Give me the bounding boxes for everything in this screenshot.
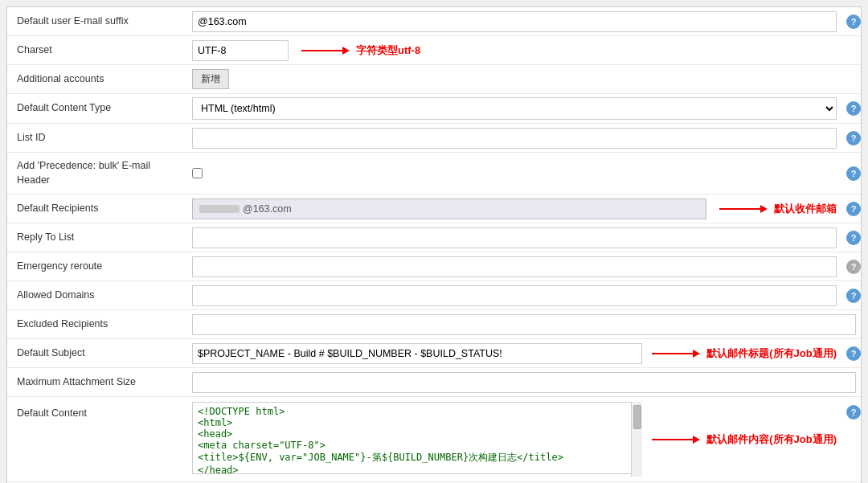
textarea-wrap-default-content: <!DOCTYPE html> <html> <head> <meta char… xyxy=(192,402,642,477)
help-icon-reply-to-list[interactable]: ? xyxy=(846,231,861,245)
arrow-charset xyxy=(301,45,350,56)
row-reply-to-list: Reply To List ? xyxy=(7,223,861,252)
field-wrap-excluded-recipients xyxy=(192,314,861,335)
help-icon-emergency-reroute[interactable]: ? xyxy=(846,260,861,274)
scrollbar-default-content[interactable] xyxy=(631,402,642,477)
label-default-email-suffix: Default user E-mail suffix xyxy=(7,11,192,32)
arrow-recipients xyxy=(719,203,768,215)
annotation-subject: 默认邮件标题(所有Job通用) xyxy=(645,346,837,361)
label-emergency-reroute: Emergency reroute xyxy=(7,256,192,277)
row-default-email-suffix: Default user E-mail suffix ? xyxy=(7,7,861,36)
field-wrap-default-content-type: HTML (text/html) Plain Text (text/plain) xyxy=(192,97,841,120)
input-reply-to-list[interactable] xyxy=(192,227,837,248)
label-default-subject: Default Subject xyxy=(7,343,192,364)
textarea-default-content[interactable]: <!DOCTYPE html> <html> <head> <meta char… xyxy=(192,402,642,474)
help-icon-default-content[interactable]: ? xyxy=(846,405,861,420)
row-additional-accounts: Additional accounts 新增 xyxy=(7,65,861,94)
row-default-content-type: Default Content Type HTML (text/html) Pl… xyxy=(7,94,861,124)
input-list-id[interactable] xyxy=(192,128,837,149)
arrow-content xyxy=(652,434,700,445)
row-charset: Charset 字符类型utf-8 xyxy=(7,36,861,65)
label-charset: Charset xyxy=(7,40,192,61)
recipients-email: @163.com xyxy=(243,203,292,215)
label-default-content-type: Default Content Type xyxy=(7,98,192,119)
label-additional-accounts: Additional accounts xyxy=(7,69,192,90)
annotation-text-recipients: 默认收件邮箱 xyxy=(774,202,837,216)
label-allowed-domains: Allowed Domains xyxy=(7,285,192,306)
help-icon-recipients[interactable]: ? xyxy=(846,202,861,216)
annotation-charset: 字符类型utf-8 xyxy=(295,43,420,58)
row-precedence: Add 'Precedence: bulk' E-mail Header ? xyxy=(7,153,861,194)
help-icon-allowed-domains[interactable]: ? xyxy=(846,289,861,303)
arrow-subject xyxy=(652,348,700,359)
help-icon-default-subject[interactable]: ? xyxy=(846,346,861,361)
row-default-subject: Default Subject 默认邮件标题(所有Job通用) ? xyxy=(7,339,861,368)
row-default-content: Default Content <!DOCTYPE html> <html> <… xyxy=(7,397,861,482)
settings-form: Default user E-mail suffix ? Charset 字符类… xyxy=(6,6,862,483)
button-new-account[interactable]: 新增 xyxy=(192,69,229,89)
input-excluded-recipients[interactable] xyxy=(192,314,856,335)
select-default-content-type[interactable]: HTML (text/html) Plain Text (text/plain) xyxy=(192,97,837,120)
input-charset[interactable] xyxy=(192,40,289,61)
field-wrap-charset: 字符类型utf-8 xyxy=(192,40,861,61)
help-icon-precedence[interactable]: ? xyxy=(846,166,861,181)
row-default-recipients: Default Recipients @163.com 默认收件邮箱 ? xyxy=(7,194,861,223)
label-list-id: List ID xyxy=(7,128,192,149)
row-max-attachment: Maximum Attachment Size xyxy=(7,368,861,397)
field-wrap-max-attachment xyxy=(192,372,861,393)
help-icon-default-email-suffix[interactable]: ? xyxy=(846,14,861,29)
annotation-recipients: 默认收件邮箱 xyxy=(713,202,837,216)
label-max-attachment: Maximum Attachment Size xyxy=(7,372,192,393)
help-icon-default-content-type[interactable]: ? xyxy=(846,101,861,116)
field-wrap-default-content: <!DOCTYPE html> <html> <head> <meta char… xyxy=(192,402,841,477)
input-allowed-domains[interactable] xyxy=(192,285,837,306)
field-wrap-reply-to-list xyxy=(192,227,841,248)
input-default-email-suffix[interactable] xyxy=(192,11,837,32)
annotation-text-charset: 字符类型utf-8 xyxy=(356,43,420,58)
input-default-subject[interactable] xyxy=(192,343,642,364)
row-list-id: List ID ? xyxy=(7,124,861,153)
row-allowed-domains: Allowed Domains ? xyxy=(7,281,861,310)
field-wrap-default-recipients: @163.com 默认收件邮箱 xyxy=(192,199,841,219)
default-recipients-value: @163.com xyxy=(192,199,706,219)
annotation-text-content: 默认邮件内容(所有Job通用) xyxy=(706,432,837,447)
field-wrap-precedence xyxy=(192,168,841,178)
field-wrap-emergency-reroute xyxy=(192,256,841,277)
field-wrap-additional-accounts: 新增 xyxy=(192,69,861,89)
field-wrap-list-id xyxy=(192,128,841,149)
scrollbar-thumb xyxy=(633,405,641,429)
help-icon-list-id[interactable]: ? xyxy=(846,131,861,145)
label-precedence: Add 'Precedence: bulk' E-mail Header xyxy=(7,156,192,190)
annotation-text-subject: 默认邮件标题(所有Job通用) xyxy=(706,346,837,361)
label-reply-to-list: Reply To List xyxy=(7,227,192,248)
row-emergency-reroute: Emergency reroute ? xyxy=(7,252,861,281)
field-wrap-default-email-suffix xyxy=(192,11,841,32)
annotation-content: 默认邮件内容(所有Job通用) xyxy=(645,432,837,447)
checkbox-precedence[interactable] xyxy=(192,168,203,178)
field-wrap-default-subject: 默认邮件标题(所有Job通用) xyxy=(192,343,841,364)
label-excluded-recipients: Excluded Recipients xyxy=(7,314,192,335)
label-default-recipients: Default Recipients xyxy=(7,199,192,219)
input-max-attachment[interactable] xyxy=(192,372,856,393)
field-wrap-allowed-domains xyxy=(192,285,841,306)
row-excluded-recipients: Excluded Recipients xyxy=(7,310,861,339)
label-default-content: Default Content xyxy=(7,402,192,424)
input-emergency-reroute[interactable] xyxy=(192,256,837,277)
